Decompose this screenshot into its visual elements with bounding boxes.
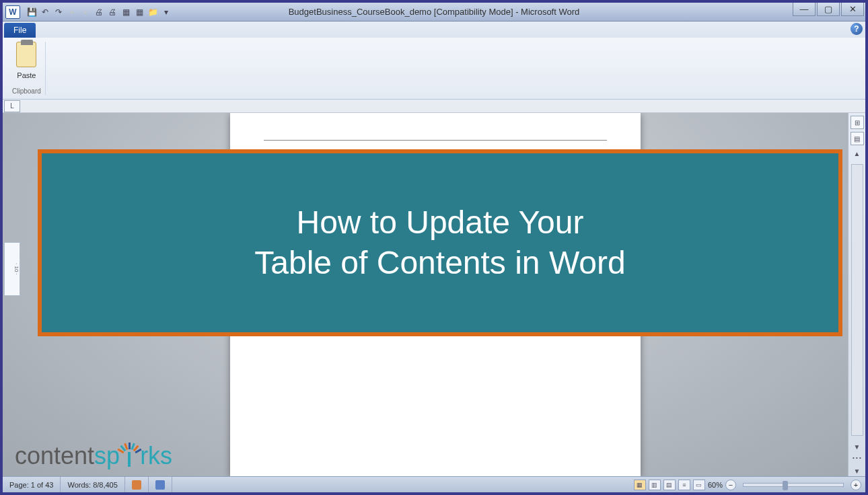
- tutorial-banner: How to Update Your Table of Contents in …: [38, 149, 842, 336]
- logo-part1: content: [15, 442, 94, 470]
- browse-object-icon[interactable]: • • •: [851, 455, 864, 463]
- view-web-icon[interactable]: ▤: [663, 480, 676, 490]
- vertical-ruler[interactable]: · 10 ·: [4, 242, 20, 296]
- zoom-slider[interactable]: [743, 483, 844, 487]
- word-app-icon[interactable]: W: [5, 5, 20, 19]
- ribbon: Paste Clipboard: [3, 38, 865, 100]
- side-tool-icon[interactable]: ▤: [851, 132, 864, 145]
- proofing-icon: [132, 480, 141, 490]
- minimize-button[interactable]: —: [793, 3, 816, 16]
- close-button[interactable]: ✕: [841, 3, 864, 16]
- paste-icon[interactable]: [16, 42, 36, 67]
- vertical-scrollbar[interactable]: [851, 164, 863, 436]
- logo-part3: rks: [140, 442, 172, 470]
- maximize-button[interactable]: ▢: [817, 3, 840, 16]
- status-macro[interactable]: [149, 477, 172, 492]
- horizontal-ruler[interactable]: L: [3, 100, 865, 113]
- page-divider: [264, 140, 607, 141]
- statusbar: Page: 1 of 43 Words: 8/8,405 ▦ ▥ ▤ ≡ ▭ 6…: [3, 476, 865, 492]
- help-icon[interactable]: ?: [851, 23, 863, 35]
- open-folder-icon[interactable]: 📁: [147, 6, 159, 18]
- status-right: ▦ ▥ ▤ ≡ ▭ 60% − +: [634, 480, 861, 490]
- status-page[interactable]: Page: 1 of 43: [3, 477, 61, 492]
- contentsparks-logo: contentsprks: [15, 441, 172, 471]
- tool-icon[interactable]: ▦: [120, 6, 132, 18]
- document-workspace: · 10 · TABLE OF CONTENTS INTRODUCTION – …: [3, 113, 865, 476]
- right-side-pane: ⊞ ▤ ▲ ▼ • • • ▼: [848, 113, 865, 476]
- next-page-icon[interactable]: ▼: [851, 465, 864, 476]
- zoom-level[interactable]: 60%: [708, 481, 723, 489]
- view-print-layout-icon[interactable]: ▦: [634, 480, 646, 490]
- spark-icon: [118, 441, 141, 471]
- ruler-corner[interactable]: L: [4, 100, 20, 112]
- tool2-icon[interactable]: ▦: [133, 6, 145, 18]
- window-controls: — ▢ ✕: [793, 3, 864, 16]
- paste-button[interactable]: Paste: [17, 71, 36, 79]
- scroll-up-icon[interactable]: ▲: [851, 148, 864, 159]
- new-doc-icon[interactable]: ▫: [66, 6, 78, 18]
- clipboard-caption: Clipboard: [12, 87, 41, 95]
- view-fullscreen-icon[interactable]: ▥: [649, 480, 661, 490]
- print-preview-icon[interactable]: 🖨: [106, 6, 118, 18]
- new-doc2-icon[interactable]: ▫: [79, 6, 92, 18]
- file-tab[interactable]: File: [4, 23, 36, 38]
- scroll-down-icon[interactable]: ▼: [851, 441, 864, 452]
- quick-access-toolbar: 💾 ↶ ↷ ▫ ▫ 🖨 🖨 ▦ ▦ 📁 ▾: [26, 6, 172, 18]
- banner-text: How to Update Your Table of Contents in …: [254, 202, 625, 283]
- macro-icon: [155, 480, 165, 490]
- zoom-thumb[interactable]: [783, 481, 788, 490]
- status-proofing[interactable]: [125, 477, 149, 492]
- undo-icon[interactable]: ↶: [39, 6, 51, 18]
- zoom-in-button[interactable]: +: [851, 480, 861, 490]
- zoom-out-button[interactable]: −: [725, 480, 736, 490]
- save-icon[interactable]: 💾: [26, 6, 38, 18]
- print-icon[interactable]: 🖨: [93, 6, 105, 18]
- redo-icon[interactable]: ↷: [52, 6, 65, 18]
- status-words[interactable]: Words: 8/8,405: [61, 477, 124, 492]
- logo-part2: sp: [94, 442, 120, 470]
- qat-dropdown-icon[interactable]: ▾: [160, 6, 172, 18]
- ruler-toggle-icon[interactable]: ⊞: [851, 116, 864, 129]
- view-draft-icon[interactable]: ▭: [693, 480, 705, 490]
- banner-line2: Table of Contents in Word: [254, 245, 625, 280]
- ribbon-tabs: File: [3, 22, 865, 38]
- view-outline-icon[interactable]: ≡: [678, 480, 690, 490]
- banner-line1: How to Update Your: [297, 204, 584, 240]
- titlebar: W 💾 ↶ ↷ ▫ ▫ 🖨 🖨 ▦ ▦ 📁 ▾ BudgetBusiness_C…: [3, 3, 865, 22]
- clipboard-group: Paste Clipboard: [8, 42, 46, 95]
